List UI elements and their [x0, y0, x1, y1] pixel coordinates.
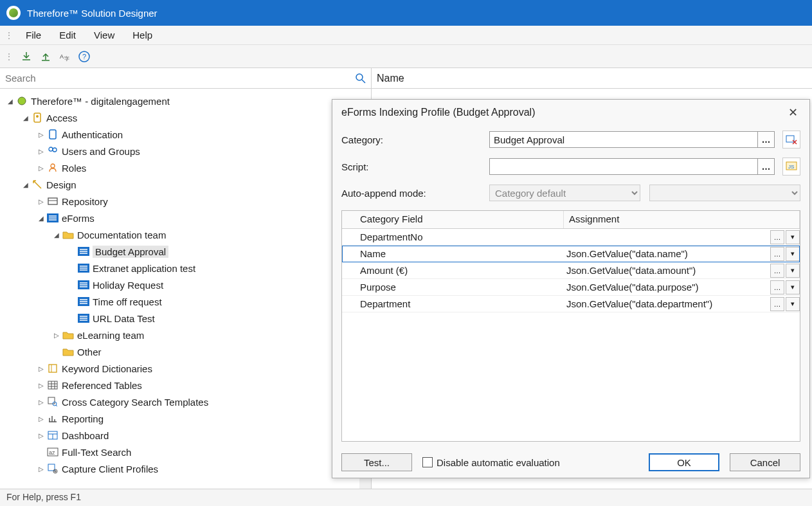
menu-edit[interactable]: Edit	[50, 27, 85, 43]
assign-cell[interactable]: Json.GetValue("data.purpose")	[564, 282, 769, 293]
menu-help[interactable]: Help	[123, 27, 161, 43]
tree-fulltext[interactable]: az Full-Text Search	[0, 444, 371, 460]
column-header-name[interactable]: Name	[372, 68, 812, 88]
export-button[interactable]	[36, 47, 55, 66]
expand-icon[interactable]: ▷	[36, 198, 46, 205]
tree-timeoff[interactable]: Time off request	[0, 293, 371, 310]
dashboard-icon	[46, 429, 59, 441]
chevron-down-icon[interactable]: ⌄	[365, 480, 370, 487]
expand-icon[interactable]: ▷	[36, 382, 46, 389]
form-icon	[77, 312, 90, 324]
tree-budget-approval[interactable]: Budget Approval	[0, 243, 371, 260]
tree-urldata[interactable]: URL Data Test	[0, 310, 371, 327]
grid-row-departmentno[interactable]: DepartmentNo …▾	[342, 229, 800, 246]
tree-dashboard[interactable]: ▷ Dashboard	[0, 427, 371, 444]
collapse-icon[interactable]: ◢	[36, 215, 46, 222]
dictionary-icon	[46, 363, 59, 374]
disable-auto-eval-checkbox[interactable]: Disable automatic evaluation	[422, 457, 560, 468]
toolbar: ⋮ A字 ?	[0, 45, 812, 68]
search-input[interactable]	[4, 70, 354, 86]
tree-access[interactable]: ◢ Access	[0, 109, 371, 126]
tree-reporting[interactable]: ▷ Reporting	[0, 410, 371, 427]
expand-icon[interactable]: ▷	[36, 148, 46, 155]
menu-file[interactable]: File	[17, 27, 50, 43]
tree-holiday[interactable]: Holiday Request	[0, 276, 371, 293]
svg-rect-20	[48, 381, 57, 389]
expand-icon[interactable]: ▷	[36, 365, 46, 372]
collapse-icon[interactable]: ◢	[5, 98, 15, 105]
assign-cell[interactable]: Json.GetValue("data.name")	[564, 248, 769, 259]
row-dropdown-button[interactable]: ▾	[786, 230, 800, 244]
search-icon[interactable]	[354, 72, 367, 85]
expand-icon[interactable]: ▷	[36, 131, 46, 138]
tree-repository[interactable]: ▷ Repository	[0, 193, 371, 210]
expand-icon[interactable]: ▷	[51, 332, 62, 339]
tree-users-groups[interactable]: ▷ Users and Groups	[0, 143, 371, 159]
tree-root[interactable]: ◢ Therefore™ - digitalengagement	[0, 93, 371, 109]
row-browse-button[interactable]: …	[770, 280, 784, 294]
category-label: Category:	[341, 134, 489, 145]
expand-icon[interactable]: ▷	[36, 165, 46, 172]
menu-view[interactable]: View	[85, 27, 123, 43]
tree-other[interactable]: Other	[0, 343, 371, 360]
tree-design[interactable]: ◢ Design	[0, 176, 371, 193]
row-browse-button[interactable]: …	[770, 297, 784, 311]
col-assignment[interactable]: Assignment	[564, 211, 800, 228]
menubar-grip-icon: ⋮	[5, 31, 13, 40]
grid-row-amount[interactable]: Amount (€) Json.GetValue("data.amount") …	[342, 262, 800, 279]
assign-cell[interactable]: Json.GetValue("data.amount")	[564, 265, 769, 276]
tree-capture[interactable]: ▷ Capture Client Profiles	[0, 460, 371, 477]
capture-icon	[46, 463, 59, 474]
expand-icon[interactable]: ▷	[36, 399, 46, 406]
collapse-icon[interactable]: ◢	[51, 231, 62, 239]
script-edit-button[interactable]: JS	[782, 158, 800, 176]
col-category-field[interactable]: Category Field	[342, 211, 564, 228]
row-dropdown-button[interactable]: ▾	[786, 247, 800, 261]
row-dropdown-button[interactable]: ▾	[786, 280, 800, 294]
tree-eforms[interactable]: ◢ eForms	[0, 210, 371, 226]
row-dropdown-button[interactable]: ▾	[786, 264, 800, 278]
grid-row-department[interactable]: Department Json.GetValue("data.departmen…	[342, 296, 800, 312]
test-button[interactable]: Test...	[341, 453, 412, 471]
script-browse-button[interactable]: …	[758, 158, 775, 175]
expand-icon[interactable]: ▷	[36, 432, 46, 439]
tree-authentication[interactable]: ▷ Authentication	[0, 126, 371, 143]
script-input[interactable]	[489, 158, 758, 175]
help-button[interactable]: ?	[75, 47, 94, 66]
assign-cell[interactable]: Json.GetValue("data.department")	[564, 298, 769, 309]
import-button[interactable]	[17, 47, 36, 66]
grid-row-purpose[interactable]: Purpose Json.GetValue("data.purpose") …▾	[342, 279, 800, 296]
form-icon	[77, 246, 90, 257]
svg-point-4	[356, 74, 363, 80]
category-input[interactable]: Budget Approval	[489, 131, 758, 148]
folder-icon	[62, 229, 75, 240]
auto-append-select-2[interactable]	[649, 185, 800, 201]
badge-icon	[46, 129, 59, 140]
close-button[interactable]: ✕	[785, 105, 800, 120]
tree-keyword[interactable]: ▷ Keyword Dictionaries	[0, 360, 371, 377]
row-browse-button[interactable]: …	[770, 230, 784, 244]
tree-elearning[interactable]: ▷ eLearning team	[0, 327, 371, 343]
field-cell: Name	[342, 248, 564, 259]
tree-extranet[interactable]: Extranet application test	[0, 260, 371, 276]
tree-doc-team[interactable]: ◢ Documentation team	[0, 226, 371, 243]
auto-append-select[interactable]: Category default	[489, 185, 640, 201]
row-browse-button[interactable]: …	[770, 247, 784, 261]
row-browse-button[interactable]: …	[770, 264, 784, 278]
collapse-icon[interactable]: ◢	[21, 114, 31, 122]
category-clear-button[interactable]	[782, 131, 800, 149]
search-row: Name	[0, 68, 812, 89]
row-dropdown-button[interactable]: ▾	[786, 297, 800, 311]
ok-button[interactable]: OK	[649, 453, 719, 471]
tree-reftables[interactable]: ▷ Referenced Tables	[0, 377, 371, 393]
expand-icon[interactable]: ▷	[36, 465, 46, 473]
category-browse-button[interactable]: …	[758, 131, 775, 148]
translate-button[interactable]: A字	[55, 47, 75, 66]
grid-row-name[interactable]: Name Json.GetValue("data.name") …▾	[342, 246, 800, 262]
collapse-icon[interactable]: ◢	[21, 181, 31, 188]
cancel-button[interactable]: Cancel	[730, 453, 800, 471]
expand-icon[interactable]: ▷	[36, 415, 46, 422]
grid-header: Category Field Assignment	[342, 211, 800, 229]
tree-cross[interactable]: ▷ Cross Category Search Templates	[0, 393, 371, 410]
tree-roles[interactable]: ▷ Roles	[0, 159, 371, 176]
